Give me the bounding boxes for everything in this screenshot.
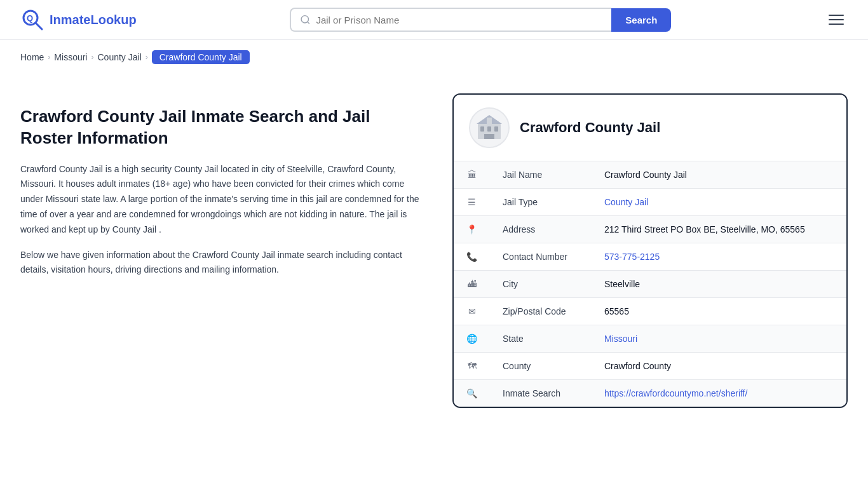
row-label: Jail Name	[490, 161, 592, 189]
card-title: Crawford County Jail	[520, 119, 660, 136]
search-input[interactable]	[316, 15, 602, 25]
table-row: ✉Zip/Postal Code65565	[454, 298, 846, 325]
row-label: Address	[490, 216, 592, 243]
row-value[interactable]: County Jail	[592, 189, 846, 216]
svg-rect-11	[487, 118, 492, 124]
row-label: State	[490, 325, 592, 353]
svg-text:Q: Q	[27, 13, 33, 23]
table-row: 🏛Jail NameCrawford County Jail	[454, 161, 846, 189]
info-table: 🏛Jail NameCrawford County Jail☰Jail Type…	[454, 161, 846, 407]
row-icon: 📍	[454, 216, 490, 243]
breadcrumb-state[interactable]: Missouri	[54, 52, 87, 62]
row-label: City	[490, 271, 592, 298]
row-label: Contact Number	[490, 243, 592, 271]
row-value: Crawford County Jail	[592, 161, 846, 189]
breadcrumb-current: Crawford County Jail	[152, 50, 250, 64]
row-value: Steelville	[592, 271, 846, 298]
search-button[interactable]: Search	[611, 8, 671, 32]
svg-point-3	[301, 16, 308, 23]
row-value[interactable]: https://crawfordcountymo.net/sheriff/	[592, 380, 846, 407]
right-column: Crawford County Jail 🏛Jail NameCrawford …	[452, 87, 848, 408]
logo-icon: Q	[20, 8, 44, 32]
svg-rect-7	[487, 126, 491, 132]
search-input-wrapper	[290, 8, 611, 32]
svg-rect-6	[480, 126, 484, 132]
breadcrumb: Home › Missouri › County Jail › Crawford…	[0, 40, 868, 74]
breadcrumb-chevron-3: ›	[146, 53, 148, 62]
row-value: 65565	[592, 298, 846, 325]
row-link[interactable]: County Jail	[604, 197, 648, 207]
row-link[interactable]: https://crawfordcountymo.net/sheriff/	[604, 388, 747, 398]
table-row: ☰Jail TypeCounty Jail	[454, 189, 846, 216]
row-icon: ☰	[454, 189, 490, 216]
description-paragraph-1: Crawford County Jail is a high security …	[20, 162, 427, 238]
page-title: Crawford County Jail Inmate Search and J…	[20, 106, 427, 149]
header: Q InmateLookup Search	[0, 0, 868, 40]
table-row: 🗺CountyCrawford County	[454, 353, 846, 380]
hamburger-line-1	[829, 15, 844, 16]
jail-avatar	[469, 107, 510, 148]
hamburger-line-3	[829, 24, 844, 25]
svg-rect-8	[494, 126, 498, 132]
row-icon: 🔍	[454, 380, 490, 407]
table-row: 🏙CitySteelville	[454, 271, 846, 298]
info-card: Crawford County Jail 🏛Jail NameCrawford …	[452, 93, 848, 408]
row-value: 212 Third Street PO Box BE, Steelville, …	[592, 216, 846, 243]
svg-line-4	[308, 22, 309, 24]
main-content: Crawford County Jail Inmate Search and J…	[0, 74, 868, 433]
row-label: Inmate Search	[490, 380, 592, 407]
table-row: 🌐StateMissouri	[454, 325, 846, 353]
table-row: 📞Contact Number573-775-2125	[454, 243, 846, 271]
row-icon: 📞	[454, 243, 490, 271]
breadcrumb-chevron-1: ›	[48, 53, 50, 62]
row-label: County	[490, 353, 592, 380]
row-value: Crawford County	[592, 353, 846, 380]
table-row: 📍Address212 Third Street PO Box BE, Stee…	[454, 216, 846, 243]
row-link[interactable]: 573-775-2125	[604, 252, 660, 262]
row-icon: 🏙	[454, 271, 490, 298]
breadcrumb-home[interactable]: Home	[20, 52, 44, 62]
search-icon	[300, 14, 311, 25]
search-bar: Search	[290, 8, 671, 32]
row-icon: 🏛	[454, 161, 490, 189]
row-icon: 🗺	[454, 353, 490, 380]
logo-text: InmateLookup	[50, 13, 137, 27]
table-row: 🔍Inmate Searchhttps://crawfordcountymo.n…	[454, 380, 846, 407]
row-value[interactable]: 573-775-2125	[592, 243, 846, 271]
row-value[interactable]: Missouri	[592, 325, 846, 353]
breadcrumb-type[interactable]: County Jail	[97, 52, 141, 62]
description-paragraph-2: Below we have given information about th…	[20, 248, 427, 278]
svg-line-1	[36, 23, 42, 29]
row-label: Jail Type	[490, 189, 592, 216]
hamburger-menu-button[interactable]	[825, 11, 848, 29]
row-label: Zip/Postal Code	[490, 298, 592, 325]
left-column: Crawford County Jail Inmate Search and J…	[20, 87, 427, 408]
row-icon: ✉	[454, 298, 490, 325]
jail-building-icon	[474, 112, 505, 143]
breadcrumb-chevron-2: ›	[91, 53, 93, 62]
svg-rect-9	[484, 134, 494, 139]
row-icon: 🌐	[454, 325, 490, 353]
hamburger-line-2	[829, 19, 844, 20]
card-header: Crawford County Jail	[454, 95, 846, 161]
row-link[interactable]: Missouri	[604, 334, 637, 344]
logo-link[interactable]: Q InmateLookup	[20, 8, 137, 32]
